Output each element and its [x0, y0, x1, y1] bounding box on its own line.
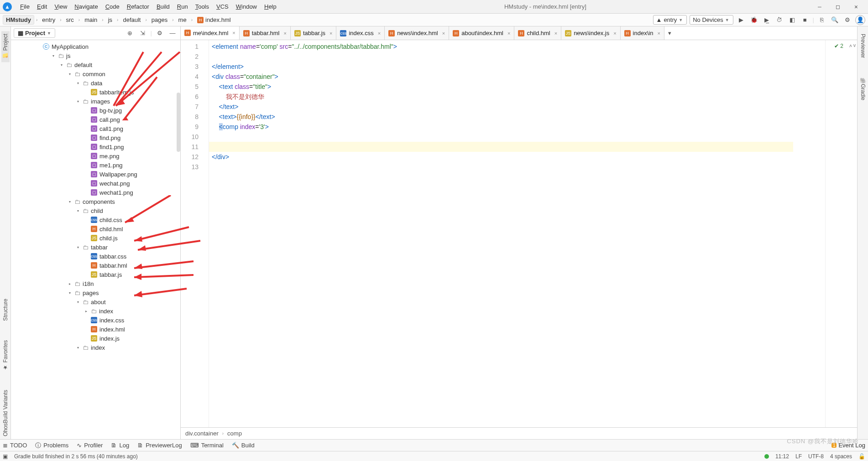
code-line[interactable] — [212, 132, 825, 142]
crumb-8[interactable]: Hindex.hml — [194, 16, 234, 24]
tree-node[interactable]: ▾🗀index — [11, 343, 180, 352]
crumb-3[interactable]: main — [82, 16, 100, 24]
tree-node[interactable]: ▾🗀common — [11, 69, 180, 78]
menu-window[interactable]: Window — [232, 3, 261, 10]
editor-marker-bar[interactable]: ✔2 ʌv — [825, 40, 857, 427]
previewerlog-tab[interactable]: 🗎PreviewerLog — [137, 442, 182, 449]
profiler-tab[interactable]: ∿Profiler — [77, 442, 103, 449]
editor-breadcrumb[interactable]: div.container › comp — [181, 427, 857, 439]
menu-navigate[interactable]: Navigate — [71, 3, 101, 10]
stop-button[interactable]: ■ — [800, 15, 810, 25]
tree-node[interactable]: ▢Wallpaper.png — [11, 170, 180, 179]
device-combo[interactable]: No Devices ▼ — [690, 15, 733, 25]
tree-node[interactable]: cssindex.css — [11, 316, 180, 325]
maximize-button[interactable]: □ — [829, 3, 847, 10]
previewer-toolwindow-tab[interactable]: Previewer — [859, 31, 867, 61]
editor-tab[interactable]: JStabbar.js× — [291, 26, 337, 40]
structure-toolwindow-tab[interactable]: Structure — [1, 296, 10, 324]
code-line[interactable]: <text class="title"> — [212, 82, 825, 92]
problems-tab[interactable]: ⓘProblems — [35, 441, 68, 450]
debug-button[interactable]: 🐞 — [749, 15, 759, 25]
search-everywhere-button[interactable]: 🔍 — [830, 15, 840, 25]
editor-tab[interactable]: JSnews\index.js× — [561, 26, 620, 40]
code-line[interactable]: </text> — [212, 102, 825, 112]
code-line[interactable]: <comp index='3'> — [212, 122, 825, 132]
close-icon[interactable]: × — [328, 31, 332, 36]
minimize-button[interactable]: — — [810, 3, 829, 10]
tree-node[interactable]: ▢bg-tv.jpg — [11, 106, 180, 115]
tree-node[interactable]: ▸🗀index — [11, 306, 180, 316]
code-line[interactable] — [212, 52, 825, 62]
crumb-2[interactable]: src — [63, 16, 76, 24]
expand-toggle[interactable]: ▸ — [68, 282, 72, 286]
inspection-indicator[interactable]: ✔2 — [834, 43, 843, 49]
tree-node[interactable]: JSindex.js — [11, 334, 180, 343]
tree-node[interactable]: JStabbar.js — [11, 270, 180, 279]
expand-toggle[interactable]: ▾ — [68, 291, 72, 295]
tree-root[interactable]: C MyApplication — [11, 42, 180, 51]
expand-toggle[interactable]: ▾ — [76, 245, 80, 249]
menu-view[interactable]: View — [51, 3, 71, 10]
editor-tab[interactable]: Habout\index.hml× — [449, 26, 514, 40]
gradle-toolwindow-tab[interactable]: 🐘Gradle — [859, 74, 867, 103]
run-button[interactable]: ▶ — [736, 15, 746, 25]
close-button[interactable]: ✕ — [847, 3, 865, 10]
profile-button[interactable]: ⏱ — [774, 15, 784, 25]
crumb-0[interactable]: HMstudy — [3, 15, 34, 25]
tree-node[interactable]: ▢call1.png — [11, 124, 180, 133]
tree-node[interactable]: ▾🗀tabbar — [11, 243, 180, 252]
expand-toggle[interactable]: ▾ — [76, 300, 80, 304]
project-tree[interactable]: C MyApplication ▾🗀js▾🗀default▾🗀common▾🗀d… — [11, 40, 180, 439]
tree-node[interactable]: Htabbar.hml — [11, 261, 180, 270]
project-toolwindow-tab[interactable]: 📁Project — [1, 31, 10, 62]
background-tasks-indicator[interactable] — [764, 454, 769, 459]
tree-node[interactable]: ▾🗀data — [11, 78, 180, 88]
menu-vcs[interactable]: VCS — [213, 3, 232, 10]
tree-node[interactable]: ▢wechat1.png — [11, 188, 180, 197]
expand-toggle[interactable]: ▾ — [68, 200, 72, 204]
tree-node[interactable]: ▢find.png — [11, 133, 180, 142]
tree-node[interactable]: ▾🗀js — [11, 51, 180, 60]
favorites-toolwindow-tab[interactable]: ★Favorites — [1, 337, 10, 373]
close-icon[interactable]: × — [440, 31, 445, 36]
close-icon[interactable]: × — [612, 31, 616, 36]
build-tab[interactable]: 🔨Build — [232, 442, 255, 449]
tree-node[interactable]: csstabbar.css — [11, 252, 180, 261]
crumb-1[interactable]: entry — [39, 16, 58, 24]
menu-refactor[interactable]: Refactor — [123, 3, 153, 10]
inspection-nav[interactable]: ʌv — [849, 43, 856, 48]
editor-tab[interactable]: Hindex\in× — [621, 26, 664, 40]
tree-node[interactable]: JStabbarItem.js — [11, 88, 180, 97]
expand-toggle[interactable]: ▾ — [76, 346, 80, 350]
tree-node[interactable]: ▸🗀i18n — [11, 279, 180, 288]
expand-toggle[interactable]: ▸ — [84, 309, 89, 313]
project-view-combo[interactable]: ▦Project▼ — [14, 28, 55, 38]
menu-run[interactable]: Run — [173, 3, 192, 10]
readonly-toggle[interactable]: 🔓 — [858, 453, 865, 460]
code-area[interactable]: <element name='comp' src="../../componen… — [209, 40, 825, 427]
tree-node[interactable]: ▾🗀pages — [11, 288, 180, 297]
crumb-4[interactable]: js — [105, 16, 115, 24]
attach-button[interactable]: ◧ — [787, 15, 797, 25]
menu-tools[interactable]: Tools — [192, 3, 213, 10]
tree-node[interactable]: JSchild.js — [11, 233, 180, 243]
editor-tab[interactable]: Hnews\index.hml× — [385, 26, 449, 40]
editor-tab[interactable]: Hme\index.hml× — [181, 26, 240, 40]
crumb-5[interactable]: default — [120, 16, 143, 24]
code-line[interactable]: </element> — [212, 62, 825, 72]
close-icon[interactable]: × — [282, 31, 286, 36]
expand-toggle[interactable]: ▾ — [51, 54, 56, 58]
code-line[interactable]: <div class="container"> — [212, 72, 825, 82]
locate-file-button[interactable]: ⊕ — [125, 28, 135, 38]
menu-build[interactable]: Build — [153, 3, 173, 10]
close-icon[interactable]: × — [506, 31, 510, 36]
expand-toggle[interactable]: ▾ — [76, 81, 80, 85]
close-icon[interactable]: × — [230, 30, 235, 36]
code-line[interactable]: <element name='comp' src="../../componen… — [212, 41, 825, 52]
code-line[interactable]: <text>{{info}}</text> — [212, 112, 825, 122]
expand-toggle[interactable]: ▾ — [59, 63, 64, 67]
menu-code[interactable]: Code — [102, 3, 123, 10]
todo-tab[interactable]: ≣TODO — [3, 442, 27, 449]
crumb-6[interactable]: pages — [149, 16, 170, 24]
vcs-button[interactable]: ⎘ — [817, 15, 827, 25]
